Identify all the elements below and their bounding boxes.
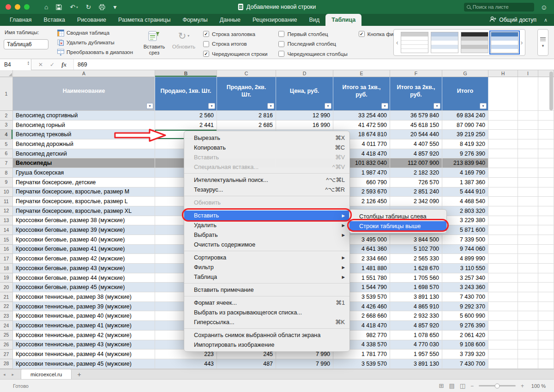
cell-G19[interactable]: 3 257 340: [442, 273, 488, 283]
filter-button-icon[interactable]: ▾: [480, 103, 487, 109]
column-header-G[interactable]: G: [442, 70, 488, 77]
cell-A28[interactable]: Кроссовки теннисные, размер 45 (мужские): [13, 359, 155, 369]
filter-button-icon[interactable]: ▾: [146, 103, 153, 109]
row-header-21[interactable]: 21: [0, 292, 13, 302]
row-header-3[interactable]: 3: [0, 121, 13, 130]
header-cell-A1[interactable]: Наименование ▾: [13, 77, 155, 111]
cell-I14[interactable]: [518, 225, 538, 235]
cell-G7[interactable]: 213 839 940: [442, 158, 488, 168]
cell-I5[interactable]: [518, 139, 538, 149]
cell-H17[interactable]: [488, 254, 518, 264]
cell-I7[interactable]: [518, 158, 538, 168]
cell-I15[interactable]: [518, 235, 538, 245]
cell-F16[interactable]: 5 102 700: [390, 245, 442, 254]
option-Строка итогов[interactable]: Строка итогов: [203, 41, 267, 47]
table-style-option-1[interactable]: [401, 32, 428, 53]
cell-A20[interactable]: Кроссовки беговые, размер 45 (мужские): [13, 283, 155, 292]
row-header-4[interactable]: 4: [0, 130, 13, 139]
vertical-scrollbar[interactable]: [549, 72, 554, 367]
cell-A5[interactable]: Велосипед дорожный: [13, 139, 155, 149]
menu-item-table-rows-above[interactable]: Строки таблицы выше: [349, 221, 446, 231]
cell-F15[interactable]: 3 844 500: [390, 235, 442, 245]
cell-F26[interactable]: 4 770 030: [390, 340, 442, 350]
sheet-search[interactable]: [464, 3, 534, 12]
cell-G23[interactable]: 5 600 990: [442, 311, 488, 321]
redo-icon[interactable]: ↻: [86, 4, 91, 10]
tab-Вставка[interactable]: Вставка: [38, 14, 71, 26]
cell-G27[interactable]: 3 739 320: [442, 350, 488, 359]
search-input[interactable]: [473, 4, 531, 10]
column-header-B[interactable]: B: [155, 70, 217, 77]
cell-G28[interactable]: 7 430 700: [442, 359, 488, 369]
cell-A17[interactable]: Кроссовки беговые, размер 42 (мужские): [13, 254, 155, 264]
cell-G16[interactable]: 9 744 060: [442, 245, 488, 254]
cell-A16[interactable]: Кроссовки беговые, размер 41 (мужские): [13, 245, 155, 254]
cell-A10[interactable]: Перчатки боксерские, взрослые, размер M: [13, 187, 155, 197]
cell-H10[interactable]: [488, 187, 518, 197]
cell-A26[interactable]: Кроссовки теннисные, размер 43 (мужские): [13, 340, 155, 350]
zoom-slider-thumb[interactable]: [494, 383, 500, 388]
scrollbar-thumb[interactable]: [549, 72, 553, 110]
cell-H28[interactable]: [488, 359, 518, 369]
table-style-option-4-selected[interactable]: [491, 32, 518, 53]
cell-F8[interactable]: 2 182 320: [390, 168, 442, 178]
header-cell-B1[interactable]: Продано, 1кв. Шт. ▾: [155, 77, 217, 111]
menu-item-table[interactable]: Таблица▶: [184, 272, 349, 282]
tab-Формулы[interactable]: Формулы: [176, 14, 213, 26]
cell-G12[interactable]: 2 803 320: [442, 206, 488, 216]
cell-G21[interactable]: 7 430 700: [442, 292, 488, 302]
menu-item-hyperlink[interactable]: Гиперссылка...⌘K: [184, 317, 349, 327]
header-cell-F1[interactable]: Итого за 2кв., руб. ▾: [390, 77, 442, 111]
header-cell-C1[interactable]: Продано, 2кв. Шт. ▾: [217, 77, 276, 111]
cell-I12[interactable]: [518, 206, 538, 216]
name-box[interactable]: B4 ▴▾: [0, 59, 31, 70]
cell-I22[interactable]: [518, 302, 538, 312]
home-icon[interactable]: ⌂: [44, 4, 48, 10]
cell-I4[interactable]: [518, 130, 538, 139]
row-header-28[interactable]: 28: [0, 359, 13, 369]
row-header-15[interactable]: 15: [0, 235, 13, 245]
cell-A14[interactable]: Кроссовки беговые, размер 39 (мужские): [13, 225, 155, 235]
row-header-17[interactable]: 17: [0, 254, 13, 264]
toolbar-options-chevron-icon[interactable]: ▾: [113, 4, 116, 10]
cell-I21[interactable]: [518, 292, 538, 302]
share-button[interactable]: Общий доступ: [489, 14, 536, 26]
cell-H18[interactable]: [488, 264, 518, 273]
cell-I28[interactable]: [518, 359, 538, 369]
cell-A6[interactable]: Велосипед детский: [13, 149, 155, 159]
cell-G13[interactable]: 3 229 380: [442, 216, 488, 226]
column-header-I[interactable]: I: [518, 70, 538, 77]
cell-A15[interactable]: Кроссовки беговые, размер 40 (мужские): [13, 235, 155, 245]
row-header-12[interactable]: 12: [0, 206, 13, 216]
add-sheet-button[interactable]: +: [77, 371, 81, 378]
cell-I19[interactable]: [518, 273, 538, 283]
row-header-8[interactable]: 8: [0, 168, 13, 178]
cell-I9[interactable]: [518, 178, 538, 187]
menu-item-import-image[interactable]: Импортировать изображение: [184, 340, 349, 350]
formula-input[interactable]: 869: [73, 59, 554, 70]
column-header-E[interactable]: E: [333, 70, 390, 77]
cell-F19[interactable]: 1 705 560: [390, 273, 442, 283]
collapse-ribbon-icon[interactable]: ∧: [536, 14, 554, 26]
normal-view-icon[interactable]: ⊞: [439, 383, 444, 389]
cell-F28[interactable]: 3 891 130: [390, 359, 442, 369]
cell-H1[interactable]: [488, 77, 518, 111]
cell-F17[interactable]: 2 565 330: [390, 254, 442, 264]
cell-F11[interactable]: 2 342 090: [390, 197, 442, 206]
cell-F9[interactable]: 726 570: [390, 178, 442, 187]
cell-G24[interactable]: 9 276 390: [442, 321, 488, 331]
cell-G6[interactable]: 9 276 390: [442, 149, 488, 159]
cell-H5[interactable]: [488, 139, 518, 149]
column-header-A[interactable]: A: [13, 70, 155, 77]
enter-icon[interactable]: ✓: [50, 62, 54, 67]
table-style-option-2[interactable]: [431, 32, 458, 53]
select-all-corner[interactable]: [0, 70, 13, 77]
cell-C3[interactable]: 2 685: [217, 121, 276, 130]
menu-item-format-cells[interactable]: Формат ячеек...⌘1: [184, 298, 349, 308]
cell-F20[interactable]: 1 698 570: [390, 283, 442, 292]
row-header-5[interactable]: 5: [0, 139, 13, 149]
option-Чередующиеся строки[interactable]: ✓Чередующиеся строки: [203, 51, 267, 57]
cell-G5[interactable]: 8 419 320: [442, 139, 488, 149]
cell-I3[interactable]: [518, 121, 538, 130]
cell-A13[interactable]: Кроссовки беговые, размер 38 (мужские): [13, 216, 155, 226]
